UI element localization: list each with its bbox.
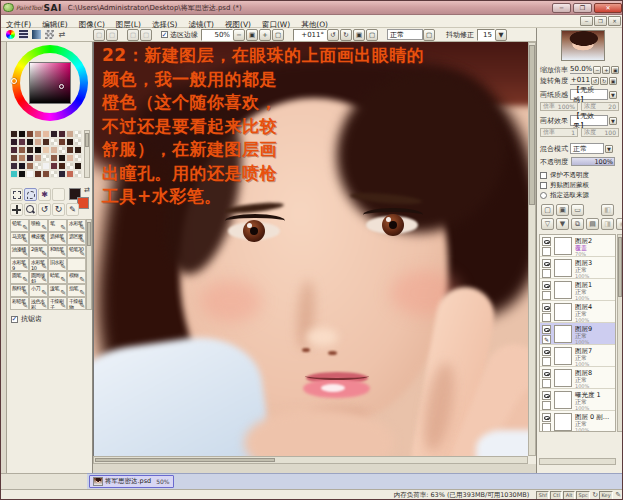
layer-row[interactable]: 图层 0 副…正常100% (540, 411, 615, 432)
color-wheel-panel-icon[interactable] (4, 29, 16, 41)
redo-button[interactable]: ▢ (106, 29, 118, 41)
color-swatch[interactable] (26, 162, 34, 170)
doc-close-button[interactable]: ✕ (608, 16, 621, 26)
color-swatch[interactable] (42, 146, 50, 154)
color-swatch[interactable] (34, 146, 42, 154)
brush-tool[interactable]: 干燥刷子✎ (48, 297, 67, 310)
color-swatch[interactable] (18, 130, 26, 138)
effect-density-field[interactable]: 浓度100 (581, 128, 619, 137)
brush-tool[interactable]: 喷枪✎ (29, 219, 48, 232)
blend-mode-dropdown-button[interactable]: ▼ (605, 145, 613, 153)
brush-tool[interactable]: 圆周倾斜✎ (29, 271, 48, 284)
move-tool[interactable] (10, 203, 23, 216)
layer-row[interactable]: 曝光度 1正常100% (540, 389, 615, 411)
minimize-button[interactable]: ─ (552, 3, 571, 13)
tool-mode-button[interactable]: ▢ (423, 29, 435, 41)
paper-texture-dropdown-button[interactable]: ▼ (609, 91, 617, 99)
color-swatch[interactable] (66, 170, 74, 178)
brush-tool[interactable]: 小刀✎ (29, 284, 48, 297)
deselect-button[interactable]: ▢ (127, 29, 139, 41)
brush-tool[interactable] (67, 258, 86, 271)
layer-visibility-toggle[interactable] (542, 281, 551, 290)
color-swatch[interactable] (66, 138, 74, 146)
tool-grid-scrollbar[interactable] (86, 219, 92, 310)
color-swatch[interactable] (10, 154, 18, 162)
fit-window-button[interactable]: ▢ (272, 29, 284, 41)
color-swatch[interactable] (74, 146, 82, 154)
nav-rotate-cw-button[interactable]: ↻ (600, 77, 608, 85)
brush-tool[interactable]: 笔✎ (48, 219, 67, 232)
color-swatch[interactable] (42, 130, 50, 138)
layer-visibility-toggle[interactable] (542, 303, 551, 312)
brush-tool[interactable]: 水彩笔10✎ (29, 258, 48, 271)
layer-row[interactable]: 图层7正常100% (540, 345, 615, 367)
rotate-view-tool[interactable]: ↺ (38, 203, 51, 216)
radio-button[interactable] (540, 192, 547, 199)
color-swatch[interactable] (50, 154, 58, 162)
layer-mask-button[interactable]: ◧ (601, 204, 614, 216)
zoom-field[interactable]: 50% (201, 29, 233, 41)
merge-down-button[interactable]: ▼ (556, 218, 569, 230)
brush-tool[interactable]: 马克笔✎ (10, 232, 29, 245)
color-swatch[interactable] (74, 130, 82, 138)
swap-color-icon[interactable]: ⇄ (56, 29, 68, 41)
saturation-value-square[interactable] (29, 62, 71, 104)
eyedropper-tool[interactable]: ✎ (66, 203, 79, 216)
swap-colors-icon[interactable]: ⇄ (84, 186, 90, 194)
layer-visibility-toggle[interactable] (542, 369, 551, 378)
color-swatch[interactable] (18, 170, 26, 178)
brush-tool[interactable]: 蜡笔✎ (48, 271, 67, 284)
color-swatch[interactable] (58, 170, 66, 178)
color-swatch[interactable] (58, 162, 66, 170)
layer-visibility-toggle[interactable] (542, 259, 551, 268)
color-swatch[interactable] (58, 130, 66, 138)
nav-zoom-reset-button[interactable]: ▣ (611, 66, 619, 74)
color-swatch[interactable] (26, 138, 34, 146)
layer-visibility-toggle[interactable] (542, 237, 551, 246)
antialias-checkbox[interactable]: ✓ (11, 316, 18, 323)
color-swatch[interactable] (34, 162, 42, 170)
layer-row[interactable]: 图层2覆盖70% (540, 235, 615, 257)
layer-list-scrollbar[interactable] (617, 234, 623, 432)
brush-tool[interactable]: 水彩笔✎ (67, 219, 86, 232)
transfer-down-button[interactable]: ▽ (541, 218, 554, 230)
nav-zoom-out-button[interactable]: − (593, 66, 601, 74)
layer-row[interactable]: 图层8正常100% (540, 367, 615, 389)
undo-button[interactable]: ▢ (93, 29, 105, 41)
new-layer-button[interactable]: ▢ (541, 204, 554, 216)
brush-tool[interactable]: 铅笔✎ (10, 219, 29, 232)
color-swatch[interactable] (42, 138, 50, 146)
color-swatch[interactable] (10, 130, 18, 138)
color-swatch[interactable] (58, 138, 66, 146)
canvas-vertical-scrollbar[interactable] (528, 42, 536, 456)
selection-edge-checkbox[interactable]: ✓ (161, 31, 168, 38)
color-swatch[interactable] (18, 146, 26, 154)
color-swatch[interactable] (50, 162, 58, 170)
rotate-ccw-button[interactable]: ↺ (327, 29, 339, 41)
canvas-horizontal-scrollbar[interactable] (93, 456, 528, 464)
rect-select-tool[interactable] (10, 188, 23, 201)
brush-tool[interactable]: 泼笔✎ (48, 284, 67, 297)
color-swatch[interactable] (26, 146, 34, 154)
color-swatch[interactable] (74, 154, 82, 162)
hue-marker[interactable] (11, 78, 17, 84)
layer-row[interactable]: 图层3正常100% (540, 257, 615, 279)
nav-rotate-ccw-button[interactable]: ↺ (591, 77, 599, 85)
sv-marker[interactable] (59, 84, 64, 89)
material-effect-dropdown[interactable]: 【无效果】 (570, 115, 608, 126)
new-layer-set-button[interactable]: ▭ (571, 204, 584, 216)
stabilizer-field[interactable]: 15 (477, 29, 495, 41)
brush-tool[interactable]: 颜料笔✎ (10, 284, 29, 297)
color-swatch[interactable] (34, 130, 42, 138)
layer-visibility-toggle[interactable] (542, 391, 551, 400)
layer-visibility-toggle[interactable] (542, 347, 551, 356)
brush-tool[interactable]: 旧水彩✎ (48, 258, 67, 271)
color-swatch[interactable] (34, 170, 42, 178)
color-swatch[interactable] (58, 154, 66, 162)
brush-tool[interactable]: 彩铅笔✎ (10, 297, 29, 310)
color-swatch[interactable] (66, 154, 74, 162)
effect-scale-field[interactable]: 倍率1 (540, 128, 578, 137)
zoom-tool[interactable] (24, 203, 37, 216)
document-tab[interactable]: 将军思密达.psd 50% (89, 475, 174, 488)
swatches-panel-icon[interactable] (43, 29, 55, 41)
